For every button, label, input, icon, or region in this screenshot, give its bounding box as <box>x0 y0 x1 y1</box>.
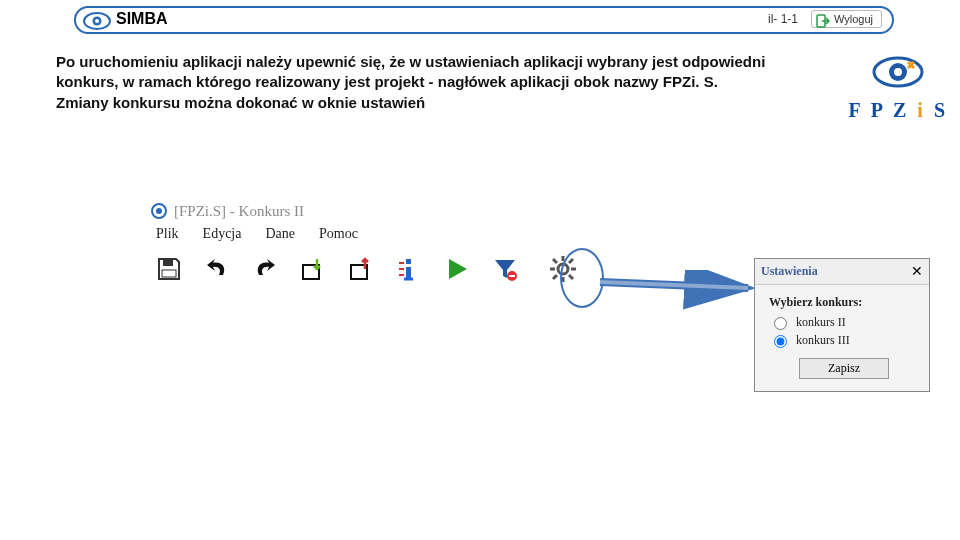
radio-label: konkurs III <box>796 333 850 348</box>
play-icon[interactable] <box>440 252 474 286</box>
settings-dialog: Ustawienia ✕ Wybierz konkurs: konkurs II… <box>754 258 930 392</box>
save-icon[interactable] <box>152 252 186 286</box>
window-title: [FPZi.S] - Konkurs II <box>174 203 304 220</box>
menubar: Plik Edycja Dane Pomoc <box>150 222 600 248</box>
fpzis-logo: F P Z i S <box>848 52 948 120</box>
dialog-label: Wybierz konkurs: <box>769 295 919 310</box>
undo-icon[interactable] <box>200 252 234 286</box>
menu-plik[interactable]: Plik <box>156 226 179 242</box>
redo-icon[interactable] <box>248 252 282 286</box>
titlebar: [FPZi.S] - Konkurs II <box>150 200 600 222</box>
logout-label: Wyloguj <box>834 13 873 25</box>
svg-point-6 <box>894 68 902 76</box>
import-icon[interactable] <box>296 252 330 286</box>
brand-right: S <box>934 99 948 121</box>
top-header: SIMBA il- 1-1 Wyloguj <box>74 6 894 34</box>
menu-dane[interactable]: Dane <box>265 226 295 242</box>
brand-mid: i <box>917 99 926 121</box>
close-icon[interactable]: ✕ <box>911 263 923 280</box>
radio-input[interactable] <box>774 335 787 348</box>
radio-konkurs-2[interactable]: konkurs II <box>769 314 919 330</box>
radio-label: konkurs II <box>796 315 846 330</box>
app-name: SIMBA <box>116 10 168 28</box>
simba-logo <box>82 10 112 36</box>
eye-icon <box>870 52 926 92</box>
app-icon <box>150 202 168 220</box>
menu-pomoc[interactable]: Pomoc <box>319 226 358 242</box>
export-icon[interactable] <box>344 252 378 286</box>
svg-rect-13 <box>406 259 411 264</box>
svg-point-2 <box>95 19 99 23</box>
intro-paragraph: Po uruchomieniu aplikacji należy upewnić… <box>56 52 826 113</box>
save-button[interactable]: Zapisz <box>799 358 889 379</box>
svg-rect-14 <box>406 267 411 279</box>
callout-arrow <box>598 270 758 310</box>
radio-konkurs-3[interactable]: konkurs III <box>769 332 919 348</box>
toolbar <box>150 248 600 290</box>
info-icon[interactable] <box>392 252 426 286</box>
header-code: il- 1-1 <box>768 12 798 26</box>
menu-edycja[interactable]: Edycja <box>203 226 242 242</box>
radio-input[interactable] <box>774 317 787 330</box>
filter-clear-icon[interactable] <box>488 252 522 286</box>
logout-icon <box>816 14 830 28</box>
svg-point-8 <box>156 208 162 214</box>
brand-left: F P Z <box>848 99 909 121</box>
svg-rect-9 <box>163 259 173 266</box>
logout-button[interactable]: Wyloguj <box>811 10 882 28</box>
dialog-title: Ustawienia <box>761 264 818 279</box>
app-window: [FPZi.S] - Konkurs II Plik Edycja Dane P… <box>150 200 600 290</box>
